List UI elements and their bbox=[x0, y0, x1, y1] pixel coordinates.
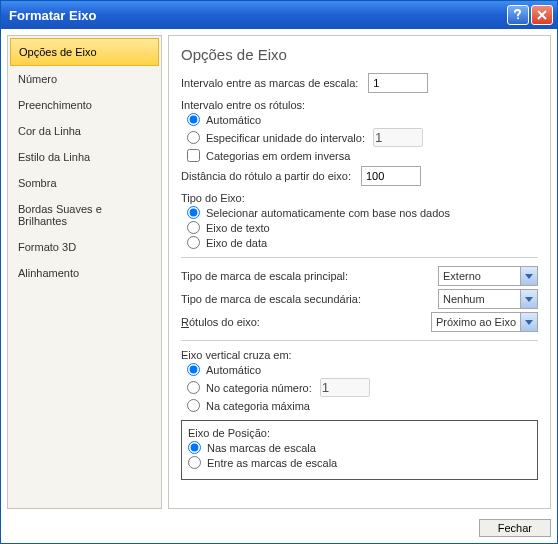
interval-marks-row: Intervalo entre as marcas de escala: bbox=[181, 73, 538, 93]
cross-max-category-radio[interactable]: Na categoria máxima bbox=[187, 399, 538, 412]
position-between-ticks-radio[interactable]: Entre as marcas de escala bbox=[188, 456, 531, 469]
dialog-body: Opções de Eixo Número Preenchimento Cor … bbox=[1, 29, 557, 515]
major-tick-label: Tipo de marca de escala principal: bbox=[181, 270, 438, 282]
major-tick-row: Tipo de marca de escala principal: Exter… bbox=[181, 266, 538, 286]
sidebar-item-axis-options[interactable]: Opções de Eixo bbox=[10, 38, 159, 66]
sidebar-item-3d[interactable]: Formato 3D bbox=[10, 234, 159, 260]
chevron-down-icon bbox=[520, 267, 537, 285]
panel-heading: Opções de Eixo bbox=[181, 46, 538, 63]
close-button[interactable] bbox=[531, 5, 553, 25]
window-title: Formatar Eixo bbox=[9, 8, 505, 23]
sidebar-item-alignment[interactable]: Alinhamento bbox=[10, 260, 159, 286]
label-distance-label: Distância do rótulo a partir do eixo: bbox=[181, 170, 351, 182]
axis-labels-label: RRótulos do eixo:ótulos do eixo: bbox=[181, 316, 431, 328]
close-dialog-button[interactable]: Fechar bbox=[479, 519, 551, 537]
interval-marks-label: Intervalo entre as marcas de escala: bbox=[181, 77, 358, 89]
reverse-categories-checkbox[interactable]: Categorias em ordem inversa bbox=[187, 149, 538, 162]
cross-category-number-radio[interactable]: No categoria número: bbox=[187, 378, 538, 397]
chevron-down-icon bbox=[520, 313, 537, 331]
sidebar-item-fill[interactable]: Preenchimento bbox=[10, 92, 159, 118]
sidebar: Opções de Eixo Número Preenchimento Cor … bbox=[7, 35, 162, 509]
axis-position-label: Eixo de Posição: bbox=[188, 427, 531, 439]
label-distance-input[interactable] bbox=[361, 166, 421, 186]
interval-labels-specify-radio[interactable]: Especificar unidade do intervalo: bbox=[187, 128, 538, 147]
major-tick-dropdown[interactable]: Externo bbox=[438, 266, 538, 286]
interval-marks-input[interactable] bbox=[368, 73, 428, 93]
interval-labels-label: Intervalo entre os rótulos: bbox=[181, 99, 538, 111]
sidebar-item-line-color[interactable]: Cor da Linha bbox=[10, 118, 159, 144]
dialog-window: Formatar Eixo Opções de Eixo Número Pree… bbox=[0, 0, 558, 544]
interval-labels-auto-radio[interactable]: Automático bbox=[187, 113, 538, 126]
cross-category-number-input bbox=[320, 378, 370, 397]
help-button[interactable] bbox=[507, 5, 529, 25]
axis-type-auto-radio[interactable]: Selecionar automaticamente com base nos … bbox=[187, 206, 538, 219]
minor-tick-dropdown[interactable]: Nenhum bbox=[438, 289, 538, 309]
interval-labels-specify-input bbox=[373, 128, 423, 147]
axis-type-date-radio[interactable]: Eixo de data bbox=[187, 236, 538, 249]
footer: Fechar bbox=[1, 515, 557, 543]
sidebar-item-glow[interactable]: Bordas Suaves e Brilhantes bbox=[10, 196, 159, 234]
axis-type-label: Tipo do Eixo: bbox=[181, 192, 538, 204]
cross-label: Eixo vertical cruza em: bbox=[181, 349, 538, 361]
sidebar-item-number[interactable]: Número bbox=[10, 66, 159, 92]
options-panel: Opções de Eixo Intervalo entre as marcas… bbox=[168, 35, 551, 509]
axis-labels-dropdown[interactable]: Próximo ao Eixo bbox=[431, 312, 538, 332]
sidebar-item-line-style[interactable]: Estilo da Linha bbox=[10, 144, 159, 170]
axis-position-group: Eixo de Posição: Nas marcas de escala En… bbox=[181, 420, 538, 480]
sidebar-item-shadow[interactable]: Sombra bbox=[10, 170, 159, 196]
axis-labels-row: RRótulos do eixo:ótulos do eixo: Próximo… bbox=[181, 312, 538, 332]
axis-type-text-radio[interactable]: Eixo de texto bbox=[187, 221, 538, 234]
position-on-ticks-radio[interactable]: Nas marcas de escala bbox=[188, 441, 531, 454]
cross-auto-radio[interactable]: Automático bbox=[187, 363, 538, 376]
chevron-down-icon bbox=[520, 290, 537, 308]
minor-tick-label: Tipo de marca de escala secundária: bbox=[181, 293, 438, 305]
label-distance-row: Distância do rótulo a partir do eixo: bbox=[181, 166, 538, 186]
titlebar: Formatar Eixo bbox=[1, 1, 557, 29]
minor-tick-row: Tipo de marca de escala secundária: Nenh… bbox=[181, 289, 538, 309]
